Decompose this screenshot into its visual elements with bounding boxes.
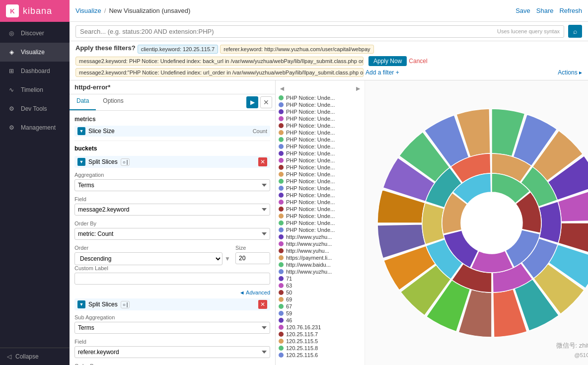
close-button[interactable]: ✕ bbox=[260, 96, 272, 108]
legend-item[interactable]: PHP Notice: Unde... bbox=[279, 94, 362, 101]
field-select[interactable]: message2.keyword bbox=[74, 204, 270, 216]
split-slices-toggle[interactable]: ○| bbox=[121, 158, 130, 166]
legend-item[interactable]: PHP Notice: Unde... bbox=[279, 108, 362, 115]
sidebar-item-discover[interactable]: ◎ Discover bbox=[0, 24, 70, 43]
legend-item[interactable]: 120.76.16.231 bbox=[279, 324, 362, 331]
filter-tag-2[interactable]: referer.keyword: http://www.yuzhua.com/u… bbox=[220, 45, 373, 54]
split-slices-delete[interactable]: ✕ bbox=[258, 157, 267, 166]
logo[interactable]: K kibana bbox=[0, 0, 70, 22]
svg-point-0 bbox=[461, 192, 522, 254]
play-button[interactable]: ▶ bbox=[246, 96, 258, 108]
size-input[interactable] bbox=[235, 252, 270, 264]
legend-item[interactable]: 46 bbox=[279, 317, 362, 324]
legend-prev-button[interactable]: ◄ bbox=[279, 84, 286, 92]
advanced-link[interactable]: ◄ Advanced bbox=[74, 290, 270, 295]
legend-item[interactable]: PHP Notice: Unde... bbox=[279, 115, 362, 122]
legend-item[interactable]: http://www.yuhu... bbox=[279, 247, 362, 254]
compass-icon: ◎ bbox=[7, 29, 16, 38]
filter-tag-4[interactable]: message2.keyword:"PHP Notice: Undefined … bbox=[75, 68, 364, 77]
split-slices-2-delete[interactable]: ✕ bbox=[258, 300, 267, 309]
split-slices-2-label: Split Slices bbox=[88, 301, 118, 308]
collapse-button[interactable]: ◁ Collapse bbox=[0, 348, 70, 365]
legend-item[interactable]: 67 bbox=[279, 303, 362, 310]
legend-item[interactable]: PHP Notice: Unde... bbox=[279, 101, 362, 108]
legend-item[interactable]: PHP Notice: Unde... bbox=[279, 226, 362, 233]
right-panel: ◄ ► PHP Notice: Unde...PHP Notice: Unde.… bbox=[276, 80, 588, 365]
watermark2: @51CTO博客 bbox=[575, 352, 588, 359]
legend-item[interactable]: 69 bbox=[279, 296, 362, 303]
legend-item[interactable]: https://payment.li... bbox=[279, 254, 362, 261]
legend-item[interactable]: 120.25.115.8 bbox=[279, 345, 362, 352]
tab-data[interactable]: Data bbox=[70, 94, 96, 110]
legend-item[interactable]: PHP Notice: Unde... bbox=[279, 122, 362, 129]
legend-item[interactable]: http://www.baidu... bbox=[279, 261, 362, 268]
viz-area: ◄ ► PHP Notice: Unde...PHP Notice: Unde.… bbox=[276, 80, 588, 365]
legend-item[interactable]: PHP Notice: Unde... bbox=[279, 136, 362, 143]
legend-item[interactable]: PHP Notice: Unde... bbox=[279, 171, 362, 178]
legend-item[interactable]: PHP Notice: Unde... bbox=[279, 192, 362, 199]
legend-item[interactable]: PHP Notice: Unde... bbox=[279, 199, 362, 206]
field-2-select[interactable]: referer.keyword bbox=[74, 346, 270, 358]
watermark: 微信号: zhitie2018 bbox=[556, 341, 588, 350]
sidebar-item-management[interactable]: ⚙ Management bbox=[0, 118, 70, 137]
legend-item[interactable]: 63 bbox=[279, 282, 362, 289]
sidebar-item-devtools[interactable]: ⚙ Dev Tools bbox=[0, 99, 70, 118]
sidebar: K kibana ◎ Discover ◈ Visualize ⊞ Dashbo… bbox=[0, 0, 70, 365]
legend-item[interactable]: PHP Notice: Unde... bbox=[279, 143, 362, 150]
share-button[interactable]: Share bbox=[536, 7, 554, 14]
legend-item[interactable]: PHP Notice: Unde... bbox=[279, 157, 362, 164]
sidebar-item-visualize[interactable]: ◈ Visualize bbox=[0, 43, 70, 62]
sidebar-item-label-visualize: Visualize bbox=[21, 49, 45, 56]
legend-item[interactable]: 59 bbox=[279, 310, 362, 317]
legend-item[interactable]: http://www.yuzhu... bbox=[279, 240, 362, 247]
split-slices-label: Split Slices bbox=[88, 158, 118, 165]
aggregation-select[interactable]: Terms bbox=[74, 179, 270, 191]
breadcrumb-current: New Visualization (unsaved) bbox=[109, 7, 190, 14]
search-button[interactable]: ⌕ bbox=[568, 25, 582, 38]
refresh-button[interactable]: Refresh bbox=[559, 7, 582, 14]
add-filter-button[interactable]: Add a filter + bbox=[366, 69, 399, 76]
aggregation-label: Aggregation bbox=[74, 172, 270, 178]
legend-item[interactable]: 50 bbox=[279, 289, 362, 296]
legend-item[interactable]: PHP Notice: Unde... bbox=[279, 185, 362, 192]
sub-aggregation-select[interactable]: Terms bbox=[74, 322, 270, 334]
field-2-group: Field referer.keyword bbox=[74, 339, 270, 358]
filter-tags-row1: Apply these filters? clientip.keyword: 1… bbox=[75, 44, 582, 54]
legend-item[interactable]: PHP Notice: Unde... bbox=[279, 206, 362, 213]
legend-panel: ◄ ► PHP Notice: Unde...PHP Notice: Unde.… bbox=[276, 80, 365, 365]
filter-row3: message2.keyword:"PHP Notice: Undefined … bbox=[75, 68, 582, 77]
split-slices-2-toggle[interactable]: ○| bbox=[121, 301, 130, 308]
legend-item[interactable]: http://www.yuzhu... bbox=[279, 268, 362, 275]
chart-area: 微信号: zhitie2018 @51CTO博客 bbox=[365, 80, 588, 365]
order-label: Order bbox=[74, 245, 230, 251]
custom-label-input[interactable] bbox=[74, 273, 270, 285]
search-input[interactable] bbox=[80, 28, 497, 35]
legend-item[interactable]: PHP Notice: Unde... bbox=[279, 213, 362, 219]
legend-item[interactable]: PHP Notice: Unde... bbox=[279, 164, 362, 171]
legend-item[interactable]: 120.25.115.7 bbox=[279, 331, 362, 338]
tab-options[interactable]: Options bbox=[96, 94, 130, 110]
save-button[interactable]: Save bbox=[515, 7, 530, 14]
legend-next-button[interactable]: ► bbox=[355, 84, 362, 92]
legend-item[interactable]: PHP Notice: Unde... bbox=[279, 219, 362, 226]
legend-item[interactable]: 120.25.115.5 bbox=[279, 338, 362, 345]
filter-tag-1[interactable]: clientip.keyword: 120.25.115.7 bbox=[138, 45, 219, 54]
legend-item[interactable]: 71 bbox=[279, 275, 362, 282]
legend-item[interactable]: http://www.yuzhu... bbox=[279, 233, 362, 240]
breadcrumb-visualize[interactable]: Visualize bbox=[75, 7, 101, 14]
order-select[interactable]: Descending bbox=[74, 252, 222, 265]
legend-item[interactable]: PHP Notice: Unde... bbox=[279, 150, 362, 157]
gear-icon: ⚙ bbox=[7, 123, 16, 132]
cancel-button[interactable]: Cancel bbox=[409, 58, 427, 65]
sub-aggregation-label: Sub Aggregation bbox=[74, 314, 270, 320]
legend-item[interactable]: 120.25.115.6 bbox=[279, 352, 362, 359]
order-by-select[interactable]: metric: Count bbox=[74, 228, 270, 240]
size-col: Size bbox=[235, 245, 270, 265]
sidebar-item-timelion[interactable]: ∿ Timelion bbox=[0, 80, 70, 99]
actions-button[interactable]: Actions ▸ bbox=[558, 69, 582, 76]
legend-item[interactable]: PHP Notice: Unde... bbox=[279, 129, 362, 136]
apply-now-button[interactable]: Apply Now bbox=[368, 56, 407, 66]
sidebar-item-dashboard[interactable]: ⊞ Dashboard bbox=[0, 62, 70, 80]
legend-item[interactable]: PHP Notice: Unde... bbox=[279, 178, 362, 185]
filter-tag-3[interactable]: message2.keyword: PHP Notice: Undefined … bbox=[75, 57, 364, 66]
